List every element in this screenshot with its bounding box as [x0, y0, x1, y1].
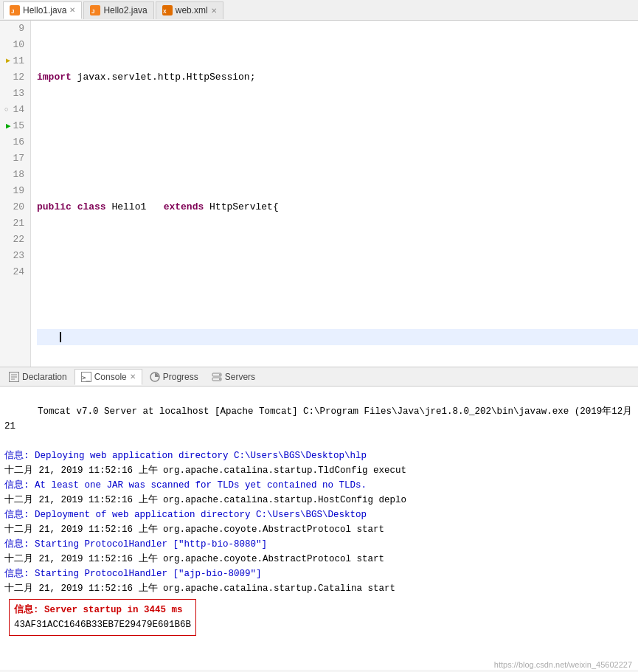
tab-bar: J Hello1.java ✕ J Hello2.java X web.xml …	[0, 0, 638, 21]
line-num-18: 18	[6, 167, 24, 183]
svg-point-16	[219, 378, 221, 380]
tab-console[interactable]: >_ Console ✕	[74, 369, 142, 385]
line-num-19: 19	[6, 183, 24, 199]
watermark: https://blog.csdn.net/weixin_45602227	[494, 660, 632, 669]
code-line-11: public class Hello1 extends HttpServlet{	[37, 199, 638, 215]
tab-hello2-label: Hello2.java	[103, 5, 147, 15]
xml-icon: X	[162, 5, 173, 15]
code-line-12	[37, 264, 638, 280]
tab-console-close[interactable]: ✕	[130, 373, 136, 381]
code-line-9: import javax.servlet.http.HttpSession;	[37, 69, 638, 86]
line-num-15: ▶15	[6, 118, 24, 134]
line-num-11: ▶11	[6, 53, 24, 69]
tab-hello1-close[interactable]: ✕	[69, 6, 75, 14]
line-num-22: 22	[6, 232, 24, 248]
bottom-tab-bar: Declaration >_ Console ✕ Progress	[0, 367, 638, 387]
server-startup-id: 43AF31ACC1646B33EB7E29479E601B6B	[14, 617, 191, 632]
console-line-1: 十二月 21, 2019 11:52:16 上午 org.apache.cata…	[4, 463, 634, 478]
tab-hello1-label: Hello1.java	[23, 5, 66, 15]
console-line-8: 信息: Starting ProtocolHandler ["ajp-bio-8…	[4, 567, 634, 581]
svg-text:X: X	[163, 9, 167, 14]
tab-servers[interactable]: Servers	[206, 369, 261, 385]
tab-declaration-label: Declaration	[22, 372, 67, 382]
line-num-23: 23	[6, 248, 24, 264]
tab-progress-label: Progress	[163, 372, 198, 382]
console-line-7: 十二月 21, 2019 11:52:16 上午 org.apache.coyo…	[4, 552, 634, 567]
console-header: Tomcat v7.0 Server at localhost [Apache …	[4, 389, 634, 448]
progress-icon	[150, 372, 160, 382]
console-line-9: 十二月 21, 2019 11:52:16 上午 org.apache.cata…	[4, 581, 634, 596]
server-startup-box: 信息: Server startup in 3445 ms 43AF31ACC1…	[9, 599, 196, 636]
tab-console-label: Console	[94, 372, 127, 382]
line-num-14: ○14	[6, 102, 24, 118]
line-num-12: 12	[6, 69, 24, 86]
line-num-24: 24	[6, 264, 24, 280]
console-line-5: 十二月 21, 2019 11:52:16 上午 org.apache.coyo…	[4, 522, 634, 537]
line-num-16: 16	[6, 134, 24, 150]
servers-icon	[212, 372, 222, 382]
tab-webxml-label: web.xml	[176, 5, 208, 15]
tab-hello1[interactable]: J Hello1.java ✕	[3, 1, 82, 19]
code-line-10	[37, 134, 638, 150]
line-num-20: 20	[6, 199, 24, 215]
tab-servers-label: Servers	[225, 372, 255, 382]
line-num-21: 21	[6, 215, 24, 232]
editor-area: 9 10 ▶11 12 13 ○14 ▶15 16 17 18 19 20 21…	[0, 21, 638, 367]
console-output[interactable]: Tomcat v7.0 Server at localhost [Apache …	[0, 387, 638, 670]
decl-icon	[9, 372, 19, 382]
tab-hello2[interactable]: J Hello2.java	[83, 1, 153, 19]
tab-progress[interactable]: Progress	[144, 369, 204, 385]
bottom-panel: Declaration >_ Console ✕ Progress	[0, 367, 638, 670]
tab-declaration[interactable]: Declaration	[3, 369, 73, 385]
svg-text:>_: >_	[82, 374, 90, 381]
java-icon: J	[10, 5, 20, 15]
svg-point-15	[219, 374, 221, 375]
editor-hscrollbar[interactable]: ◀ ▶	[0, 367, 638, 367]
console-line-3: 十二月 21, 2019 11:52:16 上午 org.apache.cata…	[4, 493, 634, 508]
line-num-13: 13	[6, 86, 24, 102]
tab-webxml[interactable]: X web.xml ✕	[156, 1, 223, 19]
code-line-13	[37, 329, 638, 345]
svg-text:J: J	[91, 8, 94, 15]
console-line-4: 信息: Deployment of web application direct…	[4, 508, 634, 522]
line-num-10: 10	[6, 37, 24, 53]
line-num-9: 9	[6, 21, 24, 37]
java-icon-2: J	[90, 5, 100, 15]
tab-webxml-close[interactable]: ✕	[211, 7, 217, 15]
line-num-17: 17	[6, 150, 24, 167]
console-icon: >_	[81, 372, 91, 382]
server-startup-line1: 信息: Server startup in 3445 ms	[14, 603, 191, 617]
console-line-6: 信息: Starting ProtocolHandler ["http-bio-…	[4, 537, 634, 552]
svg-text:J: J	[11, 8, 14, 15]
console-line-2: 信息: At least one JAR was scanned for TLD…	[4, 478, 634, 493]
console-line-0: 信息: Deploying web application directory …	[4, 448, 634, 463]
line-numbers: 9 10 ▶11 12 13 ○14 ▶15 16 17 18 19 20 21…	[0, 21, 31, 367]
code-area[interactable]: import javax.servlet.http.HttpSession; p…	[31, 21, 638, 367]
